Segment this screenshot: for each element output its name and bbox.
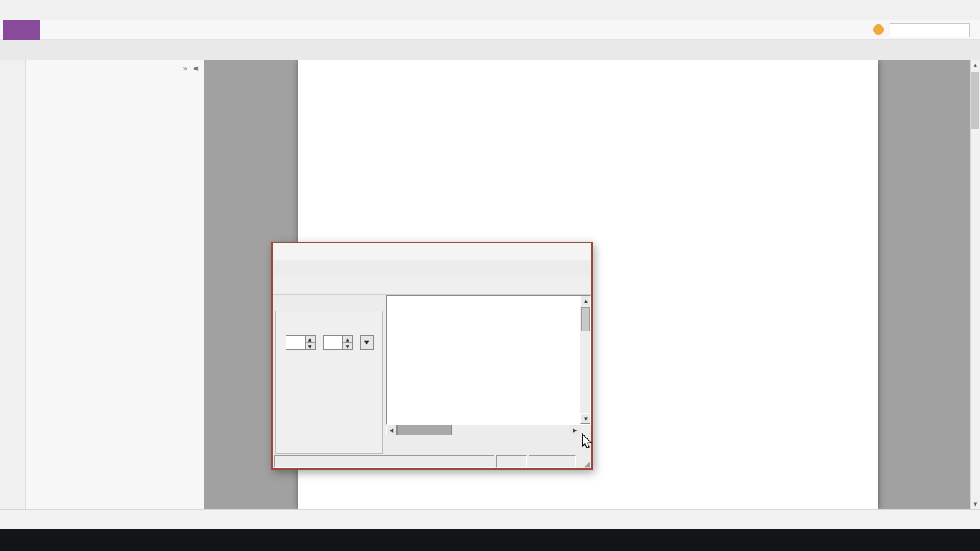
ribbon-right — [864, 23, 980, 37]
preview-hscrollbar[interactable]: ◀ ▶ — [386, 425, 580, 435]
preview-vscroll-thumb[interactable] — [581, 307, 590, 331]
find-input[interactable] — [895, 25, 951, 35]
scroll-thumb[interactable] — [971, 72, 979, 129]
mwsnap-menubar — [273, 260, 591, 276]
preview-vscrollbar[interactable]: ▲ ▼ — [580, 296, 590, 424]
mwsnap-right-panel: ▲ ▼ ◀ ▶ — [386, 295, 591, 454]
preview-scroll-right-icon[interactable]: ▶ — [570, 425, 580, 435]
panel-strip — [0, 60, 26, 509]
resize-grip[interactable]: ◢ — [578, 455, 590, 468]
width-down-icon[interactable]: ▼ — [306, 342, 315, 349]
document-vscrollbar[interactable]: ▲ ▼ — [970, 60, 980, 509]
status-ready — [274, 455, 494, 468]
document-tab-bar — [0, 40, 980, 60]
rect-width-input[interactable] — [286, 335, 305, 350]
preview-scroll-up-icon[interactable]: ▲ — [580, 296, 591, 306]
scrollbar-corner — [580, 425, 591, 435]
mwsnap-titlebar[interactable] — [273, 243, 591, 260]
bookmarks-panel: » ◀ — [26, 60, 204, 509]
scroll-down-icon[interactable]: ▼ — [971, 499, 980, 509]
rect-height-input[interactable] — [323, 335, 342, 350]
height-up-icon[interactable]: ▲ — [343, 336, 352, 342]
rect-width-spinner[interactable]: ▲▼ — [286, 335, 316, 350]
collapse-panel-icon[interactable]: ◀ — [193, 65, 198, 72]
status-size — [529, 455, 576, 468]
rect-height-spinner[interactable]: ▲▼ — [323, 335, 353, 350]
preview-area: ▲ ▼ — [386, 295, 591, 425]
mwsnap-tabs — [275, 295, 383, 311]
width-up-icon[interactable]: ▲ — [306, 336, 315, 342]
preview-scroll-left-icon[interactable]: ◀ — [386, 425, 397, 435]
scroll-up-icon[interactable]: ▲ — [971, 60, 980, 70]
bookmarks-toolbar — [26, 76, 204, 96]
bookmarks-header: » ◀ — [26, 60, 204, 76]
mwsnap-statusbar: ◢ — [273, 454, 591, 468]
size-row: ▲▼ ▲▼ ▼ — [286, 335, 374, 350]
preview-hscroll-row: ◀ ▶ — [386, 425, 591, 435]
mwsnap-window: ▲▼ ▲▼ ▼ ▲ — [271, 242, 593, 470]
capture-mode-panel: ▲▼ ▲▼ ▼ — [275, 311, 383, 454]
preview-scroll-down-icon[interactable]: ▼ — [580, 413, 591, 424]
file-menu-button[interactable] — [3, 20, 40, 40]
contents-title — [406, 60, 831, 67]
ribbon — [0, 20, 980, 40]
bookmarks-list — [26, 96, 204, 509]
pdf-bottom-toolbar — [0, 509, 980, 529]
find-box[interactable] — [890, 23, 970, 37]
notification-center-button[interactable] — [953, 529, 980, 551]
preview-toolbar — [386, 435, 591, 454]
system-tray — [931, 529, 980, 551]
status-zoom — [496, 455, 527, 468]
mwsnap-body: ▲▼ ▲▼ ▼ ▲ — [273, 295, 591, 454]
preview-hscroll-thumb[interactable] — [397, 425, 452, 435]
avatar[interactable] — [873, 24, 884, 35]
screen: » ◀ ▲ ▼ — [0, 0, 980, 551]
titlebar — [0, 0, 980, 20]
height-down-icon[interactable]: ▼ — [343, 342, 352, 349]
mwsnap-left-panel: ▲▼ ▲▼ ▼ — [273, 295, 386, 454]
expand-panel-icon[interactable]: » — [182, 64, 187, 73]
size-preset-dropdown[interactable]: ▼ — [360, 335, 374, 350]
taskbar — [0, 529, 980, 551]
mwsnap-toolbar — [273, 276, 591, 295]
